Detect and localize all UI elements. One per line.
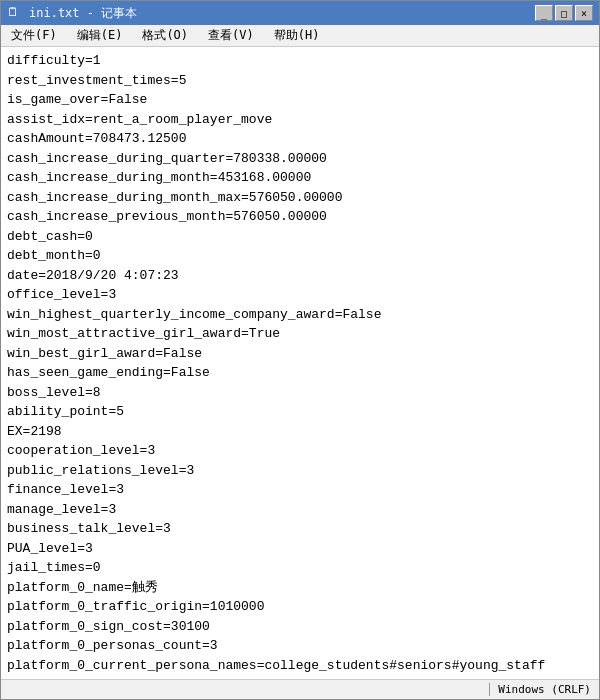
text-line: business_talk_level=3 xyxy=(7,519,593,539)
minimize-button[interactable]: _ xyxy=(535,5,553,21)
text-line: cashAmount=708473.12500 xyxy=(7,129,593,149)
text-line: EX=2198 xyxy=(7,422,593,442)
text-line: platform_0_name=触秀 xyxy=(7,578,593,598)
text-line: platform_0_personas_count=3 xyxy=(7,636,593,656)
text-line: date=2018/9/20 4:07:23 xyxy=(7,266,593,286)
text-line: cash_increase_during_month=453168.00000 xyxy=(7,168,593,188)
menu-file[interactable]: 文件(F) xyxy=(5,26,63,45)
text-content: difficulty=1rest_investment_times=5is_ga… xyxy=(7,51,593,679)
text-line: platform_0_traffic_origin=1010000 xyxy=(7,597,593,617)
text-line: debt_cash=0 xyxy=(7,227,593,247)
text-line: debt_month=0 xyxy=(7,246,593,266)
text-line: win_highest_quarterly_income_company_awa… xyxy=(7,305,593,325)
text-line: PUA_level=3 xyxy=(7,539,593,559)
text-line: is_game_over=False xyxy=(7,90,593,110)
menu-bar: 文件(F) 编辑(E) 格式(O) 查看(V) 帮助(H) xyxy=(1,25,599,47)
text-line: win_most_attractive_girl_award=True xyxy=(7,324,593,344)
text-line: platform_0_sign_cost=30100 xyxy=(7,617,593,637)
text-line: cash_increase_during_quarter=780338.0000… xyxy=(7,149,593,169)
menu-edit[interactable]: 编辑(E) xyxy=(71,26,129,45)
notepad-window: 🗒 ini.txt - 记事本 _ □ × 文件(F) 编辑(E) 格式(O) … xyxy=(0,0,600,700)
window-controls: _ □ × xyxy=(535,5,593,21)
text-line: boss_level=8 xyxy=(7,383,593,403)
text-line: win_best_girl_award=False xyxy=(7,344,593,364)
text-line: difficulty=1 xyxy=(7,51,593,71)
maximize-button[interactable]: □ xyxy=(555,5,573,21)
text-line: manage_level=3 xyxy=(7,500,593,520)
encoding-status: Windows (CRLF) xyxy=(489,683,591,696)
text-line: public_relations_level=3 xyxy=(7,461,593,481)
text-line: cash_increase_previous_month=576050.0000… xyxy=(7,207,593,227)
menu-view[interactable]: 查看(V) xyxy=(202,26,260,45)
window-title: ini.txt - 记事本 xyxy=(29,5,529,22)
text-line: assist_idx=rent_a_room_player_move xyxy=(7,110,593,130)
text-line: office_level=3 xyxy=(7,285,593,305)
text-line: finance_level=3 xyxy=(7,480,593,500)
text-line: platform_0_current_persona_names=college… xyxy=(7,656,593,676)
menu-format[interactable]: 格式(O) xyxy=(136,26,194,45)
text-line: jail_times=0 xyxy=(7,558,593,578)
title-bar: 🗒 ini.txt - 记事本 _ □ × xyxy=(1,1,599,25)
menu-help[interactable]: 帮助(H) xyxy=(268,26,326,45)
close-button[interactable]: × xyxy=(575,5,593,21)
text-line: has_seen_game_ending=False xyxy=(7,363,593,383)
text-editor-area[interactable]: difficulty=1rest_investment_times=5is_ga… xyxy=(1,47,599,679)
text-line: cash_increase_during_month_max=576050.00… xyxy=(7,188,593,208)
text-line: ability_point=5 xyxy=(7,402,593,422)
text-line: cooperation_level=3 xyxy=(7,441,593,461)
app-icon: 🗒 xyxy=(7,5,23,21)
status-bar: Windows (CRLF) xyxy=(1,679,599,699)
text-line: rest_investment_times=5 xyxy=(7,71,593,91)
text-line: platform_0_next_persona_affinity=0.1/0.3… xyxy=(7,675,593,679)
